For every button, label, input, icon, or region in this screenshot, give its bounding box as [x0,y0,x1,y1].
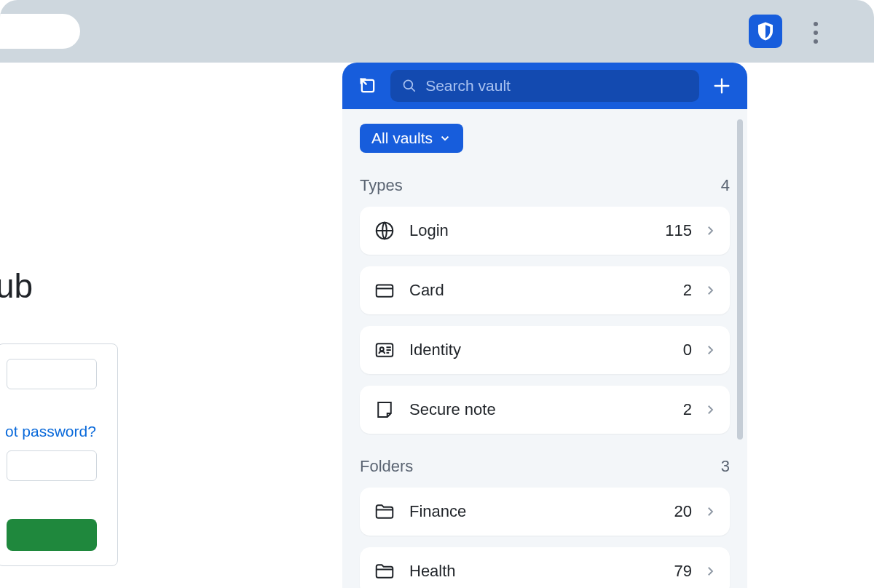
item-count: 0 [683,341,692,359]
card-icon [373,279,396,302]
folders-label: Folders [360,457,413,476]
signin-button[interactable] [7,519,97,551]
folder-row-finance[interactable]: Finance 20 [360,488,730,536]
item-count: 2 [683,400,692,419]
login-form: ot password? [0,343,118,566]
svg-point-5 [380,347,384,351]
folder-row-health[interactable]: Health 79 [360,547,730,588]
chevron-right-icon [704,565,717,578]
chevron-down-icon [438,132,452,145]
folder-icon [373,500,396,523]
browser-toolbar [0,0,874,63]
vault-filter-label: All vaults [371,130,433,147]
popup-body: All vaults Types 4 Login 115 [342,109,747,588]
type-row-card[interactable]: Card 2 [360,266,730,314]
types-section-header: Types 4 [360,176,730,195]
shield-icon [755,20,776,42]
folders-section-header: Folders 3 [360,457,730,476]
add-item-button[interactable] [709,74,734,98]
extension-shield-icon[interactable] [749,15,782,48]
url-bar[interactable] [0,14,80,49]
chevron-right-icon [704,403,717,416]
chevron-right-icon [704,343,717,357]
item-count: 115 [665,221,692,240]
scrollbar[interactable] [737,119,743,440]
password-field[interactable] [7,450,97,481]
item-label: Health [409,562,674,581]
popout-button[interactable] [355,74,380,98]
types-label: Types [360,176,403,195]
type-row-login[interactable]: Login 115 [360,207,730,255]
item-label: Card [409,281,683,300]
search-icon [402,78,417,94]
item-label: Login [409,221,665,240]
folders-count: 3 [721,457,730,476]
username-field[interactable] [7,359,97,389]
item-label: Identity [409,341,683,359]
chevron-right-icon [704,284,717,297]
svg-rect-3 [377,285,393,297]
search-input[interactable] [425,77,688,95]
identity-icon [373,338,396,362]
svg-point-1 [404,80,413,89]
chevron-right-icon [704,505,717,518]
note-icon [373,398,396,421]
types-count: 4 [721,176,730,195]
item-label: Finance [409,502,674,521]
extension-popup: All vaults Types 4 Login 115 [342,63,747,588]
folder-icon [373,560,396,583]
item-count: 2 [683,281,692,300]
type-row-secure-note[interactable]: Secure note 2 [360,386,730,434]
globe-icon [373,219,396,242]
item-count: 79 [674,562,692,581]
popup-header [342,63,747,109]
chevron-right-icon [704,224,717,237]
popout-icon [358,76,378,96]
plus-icon [712,76,732,96]
page-logo-text: ub [0,266,342,306]
item-count: 20 [674,502,692,521]
background-page: ub ot password? [0,63,342,566]
type-row-identity[interactable]: Identity 0 [360,326,730,374]
item-label: Secure note [409,400,683,419]
vault-filter-dropdown[interactable]: All vaults [360,124,463,153]
browser-menu-button[interactable] [807,17,824,48]
forgot-password-link[interactable]: ot password? [5,418,117,445]
search-box[interactable] [390,70,699,102]
